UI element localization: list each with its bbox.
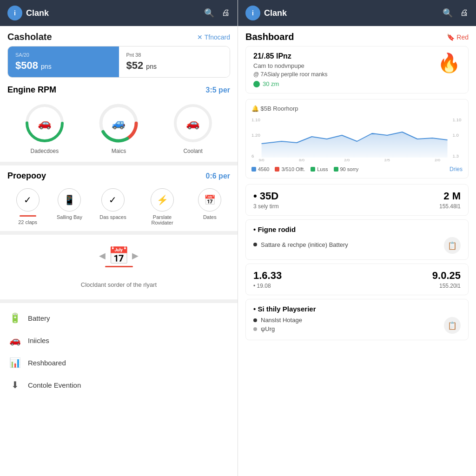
battery-icon: 🔋 [9,312,20,324]
icon-circle-1: ✓ [16,188,40,212]
chart-header: 🔔 $5B Roorhorp [251,105,463,112]
calendar-red-bar [105,266,133,267]
chart-svg: 1.10 1.20 6 1.10 1.0 1.3 9/0 8/0 [251,116,463,162]
gauge-label-3: Coolant [183,148,202,154]
stat2-main: 1.6.33 [253,270,282,282]
property-header: Proepooy 0:6 per [7,171,230,181]
casholate-title: Casholate [7,32,52,42]
icon-label-5: Dates [203,214,217,220]
rpm-value: 3:5 per [206,86,230,94]
icon-item-parslate[interactable]: ⚡ Parslate Rovidater [144,188,181,225]
legend-label-2: 3/510 Olft. [281,166,305,172]
chart-legend: 4560 3/510 Olft. Luss 90 sorry Dries [251,166,463,172]
stats-row-1: • 35D 3 sely tirm 2 M 155.48l1 [253,190,461,210]
stat2-right: 9.0.25 155.20l1 [432,270,461,289]
service-action-btn-1[interactable]: 📋 [444,237,461,254]
service-dot-2b [253,327,257,331]
list-item-vehicles[interactable]: 🚗 Iniicles [0,329,238,351]
header-icons-right: 🔍 🖨 [443,8,469,18]
stat2-right-sub: 155.20l1 [432,283,461,289]
vehicle-icon: 🚗 [9,335,20,346]
svg-text:6: 6 [251,154,254,159]
right-header: i Clank 🔍 🖨 [238,0,476,26]
svg-text:1.10: 1.10 [251,118,260,122]
balance-card-1[interactable]: SA/20 $508 pns [8,46,119,77]
arrow-right-icon: ▶ [132,251,139,261]
stat1-right: 2 M 155.48l1 [439,190,461,210]
flame-icon: 🔥 [437,52,461,74]
list-item-dashboard[interactable]: 📊 Reshboared [0,351,238,374]
control-icon: ⬇ [9,379,20,390]
dashboard-header-row: Bashboard 🔖 Red [238,26,476,46]
svg-text:2/5: 2/5 [384,158,390,162]
icons-row: ✓ 22 claps 📱 Salling Bay ✓ Das spaces ⚡ … [7,188,230,225]
svg-text:8/0: 8/0 [299,158,304,162]
calendar-large-icon: 📅 [108,246,129,265]
svg-text:2/0: 2/0 [344,158,350,162]
stat2-right-main: 9.0.25 [432,270,461,282]
search-icon-right[interactable]: 🔍 [443,8,453,18]
gauges-row: 🚗 Dadecdoes 🚙 Maics [7,102,230,154]
balance-label-1: SA/20 [15,52,112,58]
legend-item-1: 4560 [251,166,269,172]
svg-text:1.3: 1.3 [452,154,459,159]
gauge-circle-3: 🚗 [172,102,214,144]
app-title-right: Clank [264,8,443,18]
legend-item-2: 3/510 Olft. [275,166,305,172]
balance-amount-1: $508 pns [15,60,112,72]
right-panel: i Clank 🔍 🖨 Bashboard 🔖 Red 21/.85 lPnz … [238,0,476,476]
calendar-arrows: ◀ 📅 ▶ [99,246,139,265]
service-action-btn-2[interactable]: 📋 [444,317,461,334]
legend-label-3: Luss [317,166,328,172]
service-title-2: • Si thily Playserier [253,305,461,313]
service-item-2b: ψUrg [253,325,302,332]
car-icon-1: 🚗 [38,117,52,130]
empty-state: ◀ 📅 ▶ Clocldant sorder of the rlyart [0,231,238,299]
control-label: Contole Evention [28,381,81,389]
service-item-text-1: Sattare & rechpe (initice) Battery [261,241,348,248]
service-item-2a: Nanslst Hotage [253,317,302,324]
stat1-main: • 35D [253,190,279,202]
divider-1 [0,162,238,165]
legend-dot-3 [311,167,315,172]
legend-item-4: 90 sorry [334,166,359,172]
stat2-left: 1.6.33 • 19.08 [253,270,282,289]
stats-card-1: • 35D 3 sely tirm 2 M 155.48l1 [245,184,469,216]
status-dot: ✓ [253,81,260,87]
car-icon-3: 🚗 [186,117,200,130]
icon-item-bay[interactable]: 📱 Salling Bay [57,188,82,220]
property-section: Proepooy 0:6 per ✓ 22 claps 📱 Salling Ba… [0,165,238,231]
legend-label-4: 90 sorry [340,166,359,172]
icon-item-claps[interactable]: ✓ 22 claps [16,188,40,225]
list-item-battery[interactable]: 🔋 Battery [0,307,238,329]
list-item-control[interactable]: ⬇ Contole Evention [0,374,238,396]
red-link[interactable]: 🔖 Red [447,33,469,41]
menu-icon-right[interactable]: 🖨 [460,8,469,18]
left-header: i Clank 🔍 🖨 [0,0,238,26]
service-item-text-2a: Nanslst Hotage [261,317,302,324]
icon-label-1: 22 claps [18,219,37,225]
legend-dot-4 [334,167,338,172]
tfnocard-action[interactable]: ✕ Tfnocard [197,33,230,41]
gauge-circle-1: 🚗 [24,102,66,144]
stat1-right-main: 2 M [439,190,461,202]
service1-row: Sattare & rechpe (initice) Battery 📋 [253,237,461,254]
svg-text:2/0: 2/0 [435,158,440,162]
balance-cards: SA/20 $508 pns Pnt 38 $52 pns [7,46,230,78]
service-card-1: • Figne rodid Sattare & rechpe (initice)… [245,219,469,260]
search-icon-left[interactable]: 🔍 [204,8,214,18]
icon-item-spaces[interactable]: ✓ Das spaces [99,188,126,220]
left-panel: i Clank 🔍 🖨 Casholate ✕ Tfnocard SA/20 $… [0,0,238,476]
icon-item-dates[interactable]: 📅 Dates [198,188,221,220]
chart-action[interactable]: Dries [450,166,463,172]
dashboard-icon: 📊 [9,357,20,368]
red-bar-1 [20,215,36,217]
legend-dot-1 [251,167,256,172]
alert-address: @ 7ASialy perplIe roor manks [253,71,432,78]
alert-content: 21/.85 lPnz Cam to nodvnpupe @ 7ASialy p… [253,52,432,87]
gauge-dadecdoes: 🚗 Dadecdoes [24,102,66,154]
balance-card-2[interactable]: Pnt 38 $52 pns [119,46,230,77]
menu-icon-left[interactable]: 🖨 [222,8,230,18]
balance-label-2: Pnt 38 [126,52,223,58]
svg-text:1.10: 1.10 [452,118,461,122]
